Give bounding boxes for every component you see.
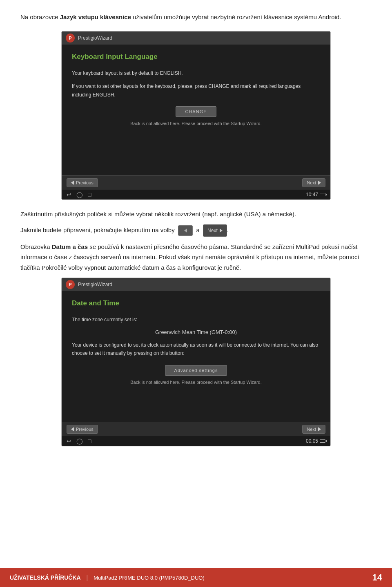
inline-next-label: Next [207, 226, 218, 235]
screen-2-prev-label: Previous [76, 427, 94, 432]
battery-icon-2 [320, 439, 325, 443]
screenshot-2-titlebar: P PrestigioWizard [62, 278, 330, 291]
screen-1-prev-btn[interactable]: Previous [67, 178, 98, 187]
battery-icon-1 [320, 193, 325, 196]
status-nav-icons: ↩ ◯ □ [67, 191, 91, 198]
screen-1-heading: Keyboard Input Language [72, 53, 320, 61]
prestige-icon-2: P [66, 280, 75, 289]
status-nav-icons-2: ↩ ◯ □ [67, 438, 91, 444]
inline-back-arrow-icon [184, 229, 187, 233]
intro-paragraph: Na obrazovce Jazyk vstupu klávesnice uži… [20, 12, 372, 22]
screen-1-body2: If you want to set other layouts for the… [72, 82, 320, 99]
footer-page-number: 14 [372, 572, 382, 583]
screen-1-next-btn[interactable]: Next [302, 178, 325, 187]
body-para-2-prefix: Jakmile budete připraveni, pokračujte kl… [20, 226, 175, 233]
footer-separator: | [85, 574, 89, 581]
body-para-2: Jakmile budete připraveni, pokračujte kl… [20, 224, 372, 237]
body-para-1: Zaškrtnutím příslušných políček si můžet… [20, 209, 372, 220]
screenshot-1-title: PrestigioWizard [78, 35, 112, 41]
screen-1-change-area: CHANGE [72, 106, 320, 117]
screen-2-timezone: Greenwich Mean Time (GMT-0:00) [72, 329, 320, 335]
screen-1-notice: Back is not allowed here. Please proceed… [72, 121, 320, 126]
home-nav-icon-2: ◯ [76, 438, 83, 444]
next-arrow-icon-2 [318, 427, 321, 431]
back-nav-icon: ↩ [67, 191, 71, 198]
screenshot-2-bottom-bar: Previous Next [62, 422, 330, 436]
screen-2-body1: The time zone currently set is: [72, 316, 320, 324]
footer-left: UŽIVATELSKÁ PŘÍRUČKA | MultiPad2 PRIME D… [10, 574, 205, 581]
screenshot-1-bottom-bar: Previous Next [62, 175, 330, 190]
screen-2-adv-btn[interactable]: Advanced settings [165, 365, 227, 376]
inline-next-arrow-icon [220, 229, 223, 233]
time-label-1: 10:47 [306, 192, 318, 197]
screen-2-body2: Your device is configured to set its clo… [72, 341, 320, 358]
inline-next-button: Next [203, 224, 227, 237]
prestige-icon-1: P [66, 34, 75, 43]
home-nav-icon: ◯ [76, 191, 83, 198]
recents-nav-icon-2: □ [88, 438, 91, 444]
screenshot-2-content: Date and Time The time zone currently se… [62, 291, 330, 422]
body-para-3: Obrazovka Datum a čas se používá k nasta… [20, 242, 372, 273]
back-nav-icon-2: ↩ [67, 438, 71, 444]
screen-1-change-btn[interactable]: CHANGE [176, 106, 216, 117]
status-time-2: 00:05 [306, 438, 325, 444]
body-para-3-bold: Datum a čas [52, 243, 88, 250]
screenshot-2-title: PrestigioWizard [78, 282, 112, 287]
screen-1-body1: Your keyboard layout is set by default t… [72, 69, 320, 77]
body-para-2-suffix: a [196, 226, 199, 233]
screen-1-prev-label: Previous [76, 180, 94, 185]
recents-nav-icon: □ [88, 191, 91, 198]
intro-text-after: uživatelům umožňuje vybrat nezbytné rozv… [131, 13, 341, 20]
screen-2-adv-area: Advanced settings [72, 365, 320, 376]
screenshot-1: P PrestigioWizard Keyboard Input Languag… [61, 31, 331, 200]
page-footer: UŽIVATELSKÁ PŘÍRUČKA | MultiPad2 PRIME D… [0, 568, 392, 587]
footer-title: UŽIVATELSKÁ PŘÍRUČKA [10, 574, 81, 581]
prev-arrow-icon-2 [71, 427, 74, 431]
screenshot-2-statusbar: ↩ ◯ □ 00:05 [62, 436, 330, 446]
screenshot-2: P PrestigioWizard Date and Time The time… [61, 278, 331, 446]
screenshot-1-content: Keyboard Input Language Your keyboard la… [62, 45, 330, 175]
time-label-2: 00:05 [306, 438, 318, 444]
inline-back-button [178, 225, 193, 236]
screen-2-notice: Back is not allowed here. Please proceed… [72, 380, 320, 385]
screen-1-next-label: Next [307, 180, 316, 185]
prev-arrow-icon [71, 181, 74, 185]
screen-2-next-label: Next [307, 427, 316, 432]
next-arrow-icon [318, 181, 321, 185]
status-time-1: 10:47 [306, 192, 325, 197]
intro-bold: Jazyk vstupu klávesnice [60, 13, 131, 20]
screenshot-1-statusbar: ↩ ◯ □ 10:47 [62, 190, 330, 199]
body-para-3-prefix: Obrazovka [20, 243, 52, 250]
screenshot-1-titlebar: P PrestigioWizard [62, 31, 330, 45]
screen-2-heading: Date and Time [72, 299, 320, 307]
screen-2-next-btn[interactable]: Next [302, 425, 325, 434]
screen-2-prev-btn[interactable]: Previous [67, 425, 98, 434]
footer-subtitle: MultiPad2 PRIME DUO 8.0 (PMP5780D_DUO) [94, 575, 205, 581]
intro-text-before: Na obrazovce [20, 13, 60, 20]
